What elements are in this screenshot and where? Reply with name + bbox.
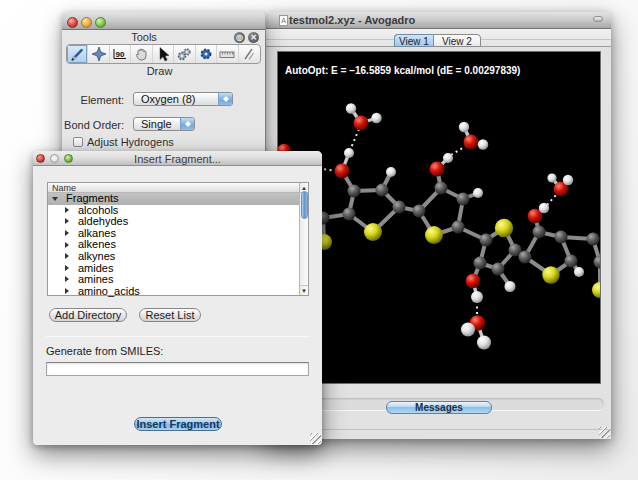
svg-text:90: 90 bbox=[116, 50, 125, 59]
